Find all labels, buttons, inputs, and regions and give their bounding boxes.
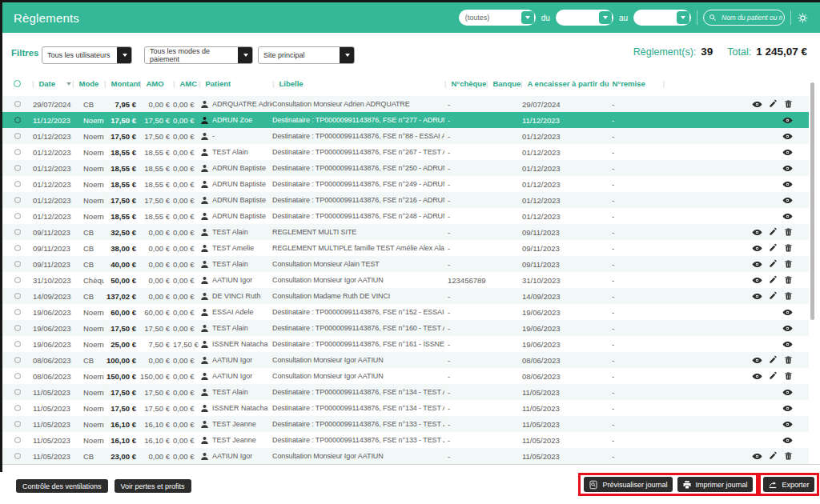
eye-icon[interactable] xyxy=(782,163,793,174)
column-header-patient[interactable]: Patient xyxy=(199,79,272,88)
column-header-aencaisser[interactable]: A encaisser à partir du xyxy=(521,79,605,88)
trash-icon[interactable] xyxy=(784,243,793,254)
site-filter-select[interactable]: Site principal xyxy=(258,46,355,64)
table-row[interactable]: 09/11/2023CB40,00 €0,00 €0,00 €TEST Alai… xyxy=(2,256,809,272)
eye-icon[interactable] xyxy=(752,451,762,462)
patient-search[interactable] xyxy=(703,10,785,26)
table-row[interactable]: 01/12/2023Noemie17,50 €17,50 €0,00 €ADRU… xyxy=(2,192,809,208)
payment-mode-filter-select[interactable]: Tous les modes de paiement xyxy=(144,46,253,64)
table-row[interactable]: 11/05/2023Noemie16,10 €16,10 €0,00 €TEST… xyxy=(2,416,809,432)
previsualiser-journal-button[interactable]: Prévisualiser journal xyxy=(584,477,672,492)
trash-icon[interactable] xyxy=(784,355,793,366)
row-radio[interactable] xyxy=(14,197,21,203)
row-radio[interactable] xyxy=(14,149,21,155)
eye-icon[interactable] xyxy=(752,291,762,302)
column-header-amo[interactable]: AMO xyxy=(139,79,173,88)
row-radio[interactable] xyxy=(14,309,21,315)
row-radio[interactable] xyxy=(14,277,21,283)
row-radio[interactable] xyxy=(14,405,21,411)
trash-icon[interactable] xyxy=(784,451,793,462)
row-radio[interactable] xyxy=(14,165,21,171)
pencil-icon[interactable] xyxy=(769,371,778,382)
pencil-icon[interactable] xyxy=(769,355,778,366)
row-radio[interactable] xyxy=(14,341,21,347)
select-all-radio[interactable] xyxy=(2,80,32,87)
table-row[interactable]: 01/12/2023Noemie18,55 €18,55 €0,00 €ADRU… xyxy=(2,176,809,192)
eye-icon[interactable] xyxy=(782,195,793,206)
table-row[interactable]: 19/06/2023Noemie17,50 €17,50 €0,00 €TEST… xyxy=(2,320,809,336)
row-radio[interactable] xyxy=(14,357,21,363)
column-header-libelle[interactable]: Libelle xyxy=(272,79,444,88)
row-radio[interactable] xyxy=(14,245,21,251)
controle-ventilations-button[interactable]: Contrôle des ventilations xyxy=(16,479,108,493)
date-from-input[interactable] xyxy=(556,10,613,26)
scrollbar-thumb[interactable] xyxy=(810,82,814,320)
column-header-mode[interactable]: Mode xyxy=(72,79,104,88)
column-header-montant[interactable]: Montant xyxy=(104,79,139,88)
chevron-down-icon[interactable] xyxy=(340,46,355,64)
table-row[interactable]: 14/09/2023CB137,02 €0,00 €0,00 €DE VINCI… xyxy=(2,288,809,304)
eye-icon[interactable] xyxy=(782,211,793,222)
eye-icon[interactable] xyxy=(782,323,793,334)
period-select[interactable]: (toutes) xyxy=(459,10,536,26)
table-row[interactable]: 11/05/2023Noemie17,50 €17,50 €0,00 €TEST… xyxy=(2,384,809,400)
table-row[interactable]: 11/12/2023Noemie17,50 €17,50 €0,00 €ADRU… xyxy=(2,112,809,128)
eye-icon[interactable] xyxy=(752,227,762,238)
trash-icon[interactable] xyxy=(784,291,793,302)
column-header-nremise[interactable]: N°remise xyxy=(605,79,642,88)
row-radio[interactable] xyxy=(14,389,21,395)
chevron-down-icon[interactable] xyxy=(677,11,689,24)
pencil-icon[interactable] xyxy=(769,291,778,302)
table-row[interactable]: 08/06/2023Noemie150,00 €150,00 €0,00 €AA… xyxy=(2,368,809,384)
row-radio[interactable] xyxy=(14,437,21,443)
row-radio[interactable] xyxy=(14,133,21,139)
trash-icon[interactable] xyxy=(784,99,793,110)
search-input[interactable] xyxy=(720,13,784,22)
column-header-date[interactable]: Date xyxy=(32,79,72,88)
trash-icon[interactable] xyxy=(784,371,793,382)
eye-icon[interactable] xyxy=(752,243,762,254)
eye-icon[interactable] xyxy=(782,307,793,318)
column-header-ncheque[interactable]: N°chèque xyxy=(444,79,486,88)
date-to-input[interactable] xyxy=(633,10,691,26)
chevron-down-icon[interactable] xyxy=(117,46,132,64)
eye-icon[interactable] xyxy=(782,435,793,446)
pencil-icon[interactable] xyxy=(769,259,778,270)
eye-icon[interactable] xyxy=(782,387,793,398)
gear-icon[interactable] xyxy=(797,12,809,24)
trash-icon[interactable] xyxy=(784,275,793,286)
chevron-down-icon[interactable] xyxy=(599,11,612,24)
row-radio[interactable] xyxy=(14,453,21,459)
eye-icon[interactable] xyxy=(752,371,762,382)
table-row[interactable]: 09/11/2023CB32,50 €0,00 €0,00 €TEST Alai… xyxy=(2,224,809,240)
chevron-down-icon[interactable] xyxy=(238,46,253,64)
table-row[interactable]: 19/06/2023Noemie60,00 €60,00 €0,00 €ESSA… xyxy=(2,304,809,320)
eye-icon[interactable] xyxy=(752,275,762,286)
table-row[interactable]: 11/05/2023Noemie17,50 €17,50 €0,00 €ISSN… xyxy=(2,400,809,416)
eye-icon[interactable] xyxy=(782,147,793,158)
table-row[interactable]: 01/12/2023Noemie18,55 €18,55 €0,00 €ADRU… xyxy=(2,160,809,176)
table-row[interactable]: 01/12/2023Noemie18,55 €18,55 €0,00 €ADRU… xyxy=(2,208,809,224)
chevron-down-icon[interactable] xyxy=(521,11,534,24)
table-row[interactable]: 29/07/2024CB7,95 €0,00 €0,00 €ADRQUATRE … xyxy=(2,96,809,112)
table-row[interactable]: 01/12/2023Noemie18,55 €18,55 €0,00 €TEST… xyxy=(2,144,809,160)
row-radio[interactable] xyxy=(14,261,21,267)
eye-icon[interactable] xyxy=(782,179,793,190)
pencil-icon[interactable] xyxy=(769,451,778,462)
eye-icon[interactable] xyxy=(782,131,793,142)
table-row[interactable]: 31/10/2023Chèque50,00 €0,00 €0,00 €AATIU… xyxy=(2,272,809,288)
voir-pertes-profits-button[interactable]: Voir pertes et profits xyxy=(115,479,191,493)
table-row[interactable]: 09/11/2023CB38,00 €0,00 €0,00 €TEST Amel… xyxy=(2,240,809,256)
eye-icon[interactable] xyxy=(752,259,762,270)
trash-icon[interactable] xyxy=(784,227,793,238)
row-radio[interactable] xyxy=(14,325,21,331)
pencil-icon[interactable] xyxy=(769,275,778,286)
eye-icon[interactable] xyxy=(782,419,793,430)
table-row[interactable]: 01/12/2023Noemie17,50 €17,50 €0,00 €-Des… xyxy=(2,128,809,144)
eye-icon[interactable] xyxy=(782,115,793,126)
eye-icon[interactable] xyxy=(782,403,793,414)
table-row[interactable]: 19/06/2023Noemie25,00 €7,50 €17,50 €ISSN… xyxy=(2,336,809,352)
column-header-banque[interactable]: Banque xyxy=(486,79,521,88)
users-filter-select[interactable]: Tous les utilisateurs xyxy=(42,46,132,64)
trash-icon[interactable] xyxy=(784,259,793,270)
